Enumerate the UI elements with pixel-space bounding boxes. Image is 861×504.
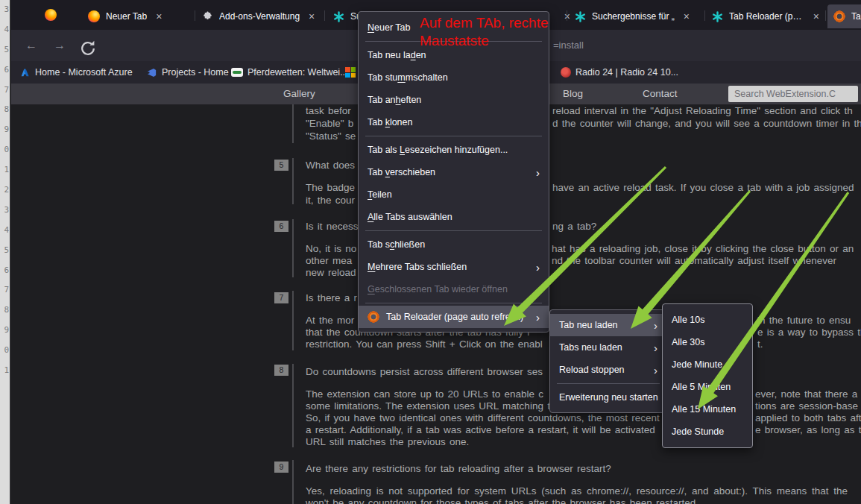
tab-divider bbox=[825, 10, 826, 21]
interval-item-jede-minute[interactable]: Jede Minute bbox=[663, 353, 752, 376]
extension-icon bbox=[333, 11, 344, 22]
bookmark-azure-home[interactable]: Home - Microsoft Azure bbox=[19, 66, 133, 79]
menu-item-tab-als-lesezeichen[interactable]: Tab als Lesezeichen hinzufügen... bbox=[359, 139, 549, 161]
line-number: 0 bbox=[0, 140, 10, 160]
submenu-item-reload-stoppen[interactable]: Reload stoppen› bbox=[550, 359, 666, 381]
menu-item-label: Alle 10s bbox=[672, 315, 704, 325]
close-icon[interactable]: × bbox=[813, 10, 819, 22]
menu-item-label: Tab verschieben bbox=[368, 167, 435, 177]
faq-text: ever, note that there a bbox=[755, 388, 857, 400]
faq-question: Are there any restrictions for tab reloa… bbox=[306, 463, 611, 475]
close-icon[interactable]: × bbox=[684, 10, 690, 22]
faq-text: The extension can store up to 20 URLs to… bbox=[306, 388, 543, 400]
faq-text: nd the toolbar counter will automaticall… bbox=[552, 255, 836, 267]
extension-icon bbox=[712, 11, 723, 22]
menu-item-label: Erweiterung neu starten bbox=[559, 392, 658, 403]
close-icon[interactable]: × bbox=[156, 10, 162, 22]
menu-item-tab-reloader[interactable]: Tab Reloader (page auto refresh) › bbox=[359, 306, 549, 328]
url-text-tail: =install bbox=[553, 40, 584, 51]
menu-item-alle-tabs-auswaehlen[interactable]: Alle Tabs auswählen bbox=[359, 206, 549, 228]
menu-item-label: Reload stoppen bbox=[559, 365, 625, 375]
bookmark-radio24[interactable]: Radio 24 | Radio 24 10... bbox=[561, 66, 678, 79]
menu-item-tab-anheften[interactable]: Tab anheften bbox=[359, 89, 549, 111]
menu-item-label: Geschlossenen Tab wieder öffnen bbox=[368, 284, 508, 294]
faq-text: "Status" se bbox=[306, 130, 356, 142]
site-nav-blog[interactable]: Blog bbox=[563, 88, 583, 99]
line-number: 6 bbox=[0, 60, 10, 81]
faq-item-border bbox=[292, 364, 294, 447]
interval-item-alle-5-minuten[interactable]: Alle 5 Minuten bbox=[663, 376, 752, 398]
menu-item-geschlossenen-tab-wieder-oeffnen: Geschlossenen Tab wieder öffnen bbox=[359, 278, 549, 300]
submenu-item-tabs-neu-laden[interactable]: Tabs neu laden› bbox=[550, 336, 666, 359]
tab-reloader-icon bbox=[368, 311, 379, 323]
line-number: 5 bbox=[0, 40, 10, 60]
submenu-item-erweiterung-neu-starten[interactable]: Erweiterung neu starten bbox=[550, 386, 666, 409]
interval-item-alle-10s[interactable]: Alle 10s bbox=[663, 309, 752, 331]
interval-item-jede-stunde[interactable]: Jede Stunde bbox=[663, 420, 752, 443]
faq-text: URL still matches the previous one. bbox=[306, 436, 469, 448]
close-icon[interactable]: × bbox=[309, 10, 315, 22]
devops-icon bbox=[146, 67, 157, 78]
menu-item-tab-verschieben[interactable]: Tab verschieben› bbox=[359, 161, 549, 183]
interval-item-alle-30s[interactable]: Alle 30s bbox=[663, 331, 752, 353]
line-number: 9 bbox=[0, 120, 10, 140]
windows-logo-icon bbox=[345, 67, 356, 78]
menu-item-label: Tabs neu laden bbox=[559, 342, 622, 353]
azure-icon bbox=[19, 67, 31, 78]
faq-question: Is there a r bbox=[306, 292, 357, 304]
faq-text: a restart. Additionally, if a tab was ac… bbox=[306, 424, 655, 436]
bookmark-label: Projects - Home bbox=[162, 67, 229, 78]
faq-text: e is a way to bypass th bbox=[757, 327, 861, 338]
tab-divider bbox=[704, 10, 705, 21]
faq-text: d the counter will change, and you will … bbox=[552, 118, 861, 130]
site-nav-gallery[interactable]: Gallery bbox=[283, 88, 315, 99]
bookmark-pferdewetten[interactable]: Pferdewetten: Weltwei... bbox=[231, 66, 348, 79]
back-icon[interactable]: ← bbox=[22, 37, 41, 54]
menu-item-label: Alle Tabs auswählen bbox=[368, 212, 452, 222]
menu-item-label: Alle 5 Minuten bbox=[672, 382, 731, 392]
line-number: 0 bbox=[0, 341, 10, 361]
faq-text: have an active reload task. If you close… bbox=[552, 182, 854, 194]
menu-item-mehrere-tabs-schliessen[interactable]: Mehrere Tabs schließen› bbox=[359, 256, 549, 278]
tab-title: Tab Reloader (page a bbox=[729, 11, 804, 22]
faq-text: e browser, as long as th bbox=[755, 424, 861, 436]
menu-item-label: Tab Reloader (page auto refresh) bbox=[386, 312, 523, 322]
submenu-item-tab-neu-laden[interactable]: Tab neu laden› bbox=[550, 314, 666, 336]
faq-text: "Enable" b bbox=[306, 118, 353, 130]
faq-item-border bbox=[292, 291, 294, 350]
tab-active-tab-reloader[interactable]: Ta bbox=[827, 4, 861, 28]
chevron-right-icon: › bbox=[646, 342, 657, 353]
faq-item-border bbox=[292, 104, 294, 143]
line-number: 9 bbox=[0, 321, 10, 341]
faq-number-badge: 7 bbox=[274, 292, 288, 303]
menu-item-tab-klonen[interactable]: Tab klonen bbox=[359, 111, 549, 133]
menu-item-label: Tab als Lesezeichen hinzufügen... bbox=[368, 145, 508, 155]
interval-item-alle-15-minuten[interactable]: Alle 15 Minuten bbox=[663, 398, 752, 420]
faq-text: At the mor bbox=[306, 315, 354, 327]
bookmark-label: Home - Microsoft Azure bbox=[35, 67, 133, 78]
reload-icon[interactable] bbox=[78, 40, 98, 57]
tab-tab-reloader-page[interactable]: Tab Reloader (page a × bbox=[706, 4, 825, 28]
faq-text: The badge bbox=[306, 182, 355, 194]
site-search-input[interactable] bbox=[728, 86, 858, 102]
tab-neuer-tab[interactable]: Neuer Tab × bbox=[82, 4, 194, 28]
menu-item-tab-stummschalten[interactable]: Tab stummschalten bbox=[359, 66, 549, 89]
menu-item-label: Tab neu laden bbox=[368, 50, 426, 60]
menu-item-tab-schliessen[interactable]: Tab schließen bbox=[359, 233, 549, 256]
tab-title: Suchergebnisse für „ bbox=[592, 11, 675, 22]
annotation-text-line2: Maustatste bbox=[420, 32, 549, 50]
faq-text: won't be any countdown for those types o… bbox=[306, 497, 698, 504]
menu-item-teilen[interactable]: Teilen bbox=[359, 183, 549, 206]
tab-suchergebnisse-2[interactable]: Suchergebnisse für „ × bbox=[569, 4, 703, 28]
site-nav-contact[interactable]: Contact bbox=[643, 88, 678, 99]
faq-text: tions are session-base bbox=[755, 400, 858, 412]
tab-addons-verwaltung[interactable]: Add-ons-Verwaltung × bbox=[196, 4, 323, 28]
line-number: 1 bbox=[0, 361, 10, 381]
menu-item-label: Mehrere Tabs schließen bbox=[368, 262, 467, 272]
bookmark-projects-home[interactable]: Projects - Home bbox=[146, 66, 229, 79]
bookmark-label: Radio 24 | Radio 24 10... bbox=[575, 67, 678, 78]
firefox-icon[interactable] bbox=[45, 9, 57, 21]
forward-icon[interactable]: → bbox=[50, 37, 69, 54]
chevron-right-icon: › bbox=[529, 262, 540, 273]
menu-separator bbox=[365, 303, 542, 303]
